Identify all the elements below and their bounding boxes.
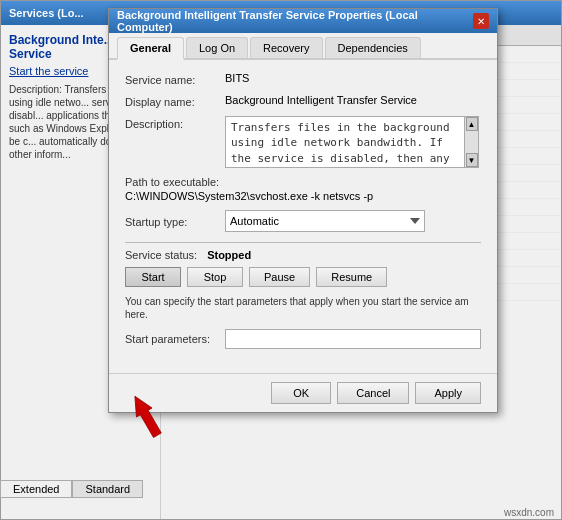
divider xyxy=(125,242,481,243)
service-control-buttons: Start Stop Pause Resume xyxy=(125,267,481,287)
dialog-footer: OK Cancel Apply xyxy=(109,373,497,412)
scrollbar-up-btn[interactable]: ▲ xyxy=(466,117,478,131)
tab-standard[interactable]: Standard xyxy=(72,480,143,498)
start-params-row: Start parameters: xyxy=(125,329,481,349)
tab-general[interactable]: General xyxy=(117,37,184,60)
display-name-value: Background Intelligent Transfer Service xyxy=(225,94,417,106)
start-params-label: Start parameters: xyxy=(125,333,225,345)
startup-type-row: Startup type: Automatic Manual Disabled xyxy=(125,210,481,232)
ok-button[interactable]: OK xyxy=(271,382,331,404)
startup-type-label: Startup type: xyxy=(125,214,225,228)
service-name-value: BITS xyxy=(225,72,249,84)
description-scroll: Transfers files in the background using … xyxy=(225,116,479,168)
properties-dialog: Background Intelligent Transfer Service … xyxy=(108,8,498,413)
service-status-value: Stopped xyxy=(207,249,251,261)
dialog-tabs: General Log On Recovery Dependencies xyxy=(109,33,497,60)
dialog-titlebar: Background Intelligent Transfer Service … xyxy=(109,9,497,33)
description-label: Description: xyxy=(125,116,225,130)
description-row: Description: Transfers files in the back… xyxy=(125,116,481,168)
apply-button[interactable]: Apply xyxy=(415,382,481,404)
status-line: Service status: Stopped xyxy=(125,249,481,261)
description-scrollbar[interactable]: ▲ ▼ xyxy=(465,116,479,168)
resume-button[interactable]: Resume xyxy=(316,267,387,287)
path-row: Path to executable: C:\WINDOWS\System32\… xyxy=(125,176,481,202)
dialog-body: Service name: BITS Display name: Backgro… xyxy=(109,60,497,373)
service-name-label: Service name: xyxy=(125,72,225,86)
pause-button[interactable]: Pause xyxy=(249,267,310,287)
scrollbar-down-btn[interactable]: ▼ xyxy=(466,153,478,167)
startup-type-select[interactable]: Automatic Manual Disabled xyxy=(225,210,425,232)
service-status-section: Service status: Stopped Start Stop Pause… xyxy=(125,249,481,287)
description-textarea[interactable]: Transfers files in the background using … xyxy=(225,116,465,168)
service-status-label: Service status: xyxy=(125,249,197,261)
dialog-close-button[interactable]: ✕ xyxy=(473,13,489,29)
stop-button[interactable]: Stop xyxy=(187,267,243,287)
tab-extended[interactable]: Extended xyxy=(0,480,72,498)
tab-dependencies[interactable]: Dependencies xyxy=(325,37,421,58)
path-value: C:\WINDOWS\System32\svchost.exe -k netsv… xyxy=(125,190,481,202)
start-params-input[interactable] xyxy=(225,329,481,349)
dialog-title: Background Intelligent Transfer Service … xyxy=(117,9,473,33)
tab-recovery[interactable]: Recovery xyxy=(250,37,322,58)
display-name-row: Display name: Background Intelligent Tra… xyxy=(125,94,481,108)
status-tabs: Extended Standard xyxy=(0,480,143,498)
start-button[interactable]: Start xyxy=(125,267,181,287)
service-name-row: Service name: BITS xyxy=(125,72,481,86)
display-name-label: Display name: xyxy=(125,94,225,108)
hint-text: You can specify the start parameters tha… xyxy=(125,295,481,321)
services-title: Services (Lo... xyxy=(9,7,84,19)
cancel-button[interactable]: Cancel xyxy=(337,382,409,404)
tab-logon[interactable]: Log On xyxy=(186,37,248,58)
path-label: Path to executable: xyxy=(125,176,481,188)
watermark: wsxdn.com xyxy=(504,507,554,518)
